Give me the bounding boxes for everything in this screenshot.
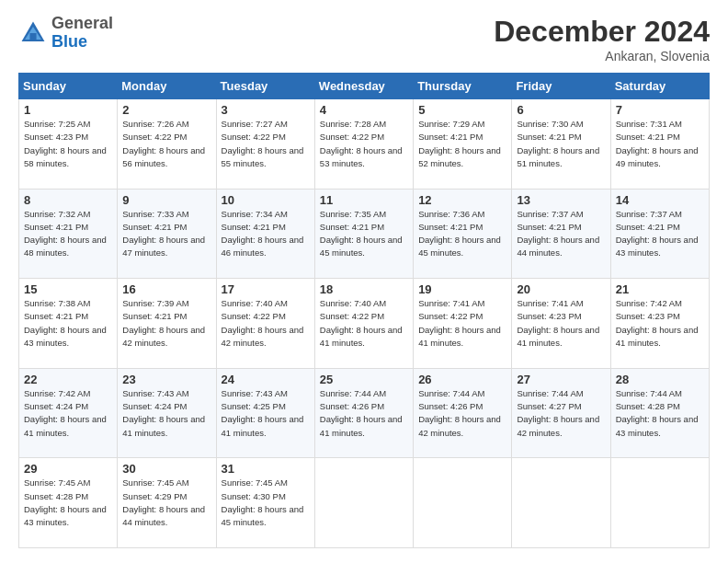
day-info: Sunrise: 7:43 AM Sunset: 4:24 PM Dayligh…	[122, 387, 210, 440]
day-number: 14	[616, 193, 704, 207]
calendar-cell: 13 Sunrise: 7:37 AM Sunset: 4:21 PM Dayl…	[512, 189, 610, 279]
day-number: 6	[517, 103, 605, 117]
header-sunday: Sunday	[19, 74, 118, 99]
calendar-cell: 10 Sunrise: 7:34 AM Sunset: 4:21 PM Dayl…	[216, 189, 314, 279]
calendar-cell: 19 Sunrise: 7:41 AM Sunset: 4:22 PM Dayl…	[414, 279, 512, 369]
day-info: Sunrise: 7:35 AM Sunset: 4:21 PM Dayligh…	[320, 208, 408, 260]
day-number: 29	[24, 462, 112, 476]
logo-text: General Blue	[51, 15, 113, 52]
calendar-cell: 6 Sunrise: 7:30 AM Sunset: 4:21 PM Dayli…	[512, 99, 610, 190]
day-info: Sunrise: 7:45 AM Sunset: 4:28 PM Dayligh…	[24, 477, 112, 529]
calendar-cell: 15 Sunrise: 7:38 AM Sunset: 4:21 PM Dayl…	[19, 279, 118, 369]
day-info: Sunrise: 7:41 AM Sunset: 4:22 PM Dayligh…	[418, 297, 506, 350]
day-info: Sunrise: 7:45 AM Sunset: 4:30 PM Dayligh…	[222, 477, 310, 529]
day-info: Sunrise: 7:43 AM Sunset: 4:25 PM Dayligh…	[222, 387, 310, 440]
calendar-cell: 5 Sunrise: 7:29 AM Sunset: 4:21 PM Dayli…	[414, 99, 512, 190]
calendar-cell	[314, 458, 413, 548]
calendar-cell: 30 Sunrise: 7:45 AM Sunset: 4:29 PM Dayl…	[118, 458, 216, 548]
day-number: 8	[24, 193, 112, 207]
day-number: 10	[222, 193, 310, 207]
day-info: Sunrise: 7:33 AM Sunset: 4:21 PM Dayligh…	[122, 208, 210, 260]
week-row-5: 29 Sunrise: 7:45 AM Sunset: 4:28 PM Dayl…	[19, 458, 710, 548]
week-row-2: 8 Sunrise: 7:32 AM Sunset: 4:21 PM Dayli…	[19, 189, 710, 279]
day-number: 5	[418, 103, 506, 117]
week-row-4: 22 Sunrise: 7:42 AM Sunset: 4:24 PM Dayl…	[19, 368, 710, 458]
day-info: Sunrise: 7:28 AM Sunset: 4:22 PM Dayligh…	[320, 118, 408, 170]
day-info: Sunrise: 7:38 AM Sunset: 4:21 PM Dayligh…	[24, 297, 112, 350]
day-info: Sunrise: 7:42 AM Sunset: 4:23 PM Dayligh…	[616, 297, 704, 350]
svg-rect-2	[29, 33, 36, 41]
header-thursday: Thursday	[414, 74, 512, 99]
day-number: 21	[616, 282, 704, 296]
title-section: December 2024 Ankaran, Slovenia	[494, 15, 710, 63]
calendar-cell: 29 Sunrise: 7:45 AM Sunset: 4:28 PM Dayl…	[19, 458, 118, 548]
day-number: 1	[24, 103, 112, 117]
day-number: 11	[320, 193, 408, 207]
day-info: Sunrise: 7:36 AM Sunset: 4:21 PM Dayligh…	[418, 208, 506, 260]
header-friday: Friday	[512, 74, 610, 99]
calendar-cell: 16 Sunrise: 7:39 AM Sunset: 4:21 PM Dayl…	[118, 279, 216, 369]
day-info: Sunrise: 7:32 AM Sunset: 4:21 PM Dayligh…	[24, 208, 112, 260]
calendar-cell: 4 Sunrise: 7:28 AM Sunset: 4:22 PM Dayli…	[314, 99, 413, 190]
logo-icon	[18, 18, 48, 48]
day-info: Sunrise: 7:40 AM Sunset: 4:22 PM Dayligh…	[222, 297, 310, 350]
calendar-cell: 1 Sunrise: 7:25 AM Sunset: 4:23 PM Dayli…	[19, 99, 118, 190]
day-info: Sunrise: 7:37 AM Sunset: 4:21 PM Dayligh…	[616, 208, 704, 260]
day-info: Sunrise: 7:25 AM Sunset: 4:23 PM Dayligh…	[24, 118, 112, 170]
calendar-cell: 7 Sunrise: 7:31 AM Sunset: 4:21 PM Dayli…	[610, 99, 709, 190]
calendar-cell: 3 Sunrise: 7:27 AM Sunset: 4:22 PM Dayli…	[216, 99, 314, 190]
calendar-cell: 18 Sunrise: 7:40 AM Sunset: 4:22 PM Dayl…	[314, 279, 413, 369]
weekday-header-row: Sunday Monday Tuesday Wednesday Thursday…	[19, 74, 710, 99]
header-wednesday: Wednesday	[314, 74, 413, 99]
day-number: 22	[24, 373, 112, 386]
day-info: Sunrise: 7:29 AM Sunset: 4:21 PM Dayligh…	[418, 118, 506, 170]
day-number: 30	[122, 462, 210, 476]
day-number: 23	[122, 373, 210, 386]
day-number: 25	[320, 373, 408, 386]
calendar-cell	[512, 458, 610, 548]
day-info: Sunrise: 7:44 AM Sunset: 4:26 PM Dayligh…	[320, 387, 408, 440]
day-number: 16	[122, 282, 210, 296]
calendar-cell: 26 Sunrise: 7:44 AM Sunset: 4:26 PM Dayl…	[414, 368, 512, 458]
day-number: 7	[616, 103, 704, 117]
day-number: 13	[517, 193, 605, 207]
day-info: Sunrise: 7:40 AM Sunset: 4:22 PM Dayligh…	[320, 297, 408, 350]
location-subtitle: Ankaran, Slovenia	[494, 49, 710, 63]
calendar-cell: 12 Sunrise: 7:36 AM Sunset: 4:21 PM Dayl…	[414, 189, 512, 279]
day-number: 12	[418, 193, 506, 207]
calendar-cell: 8 Sunrise: 7:32 AM Sunset: 4:21 PM Dayli…	[19, 189, 118, 279]
calendar-cell: 24 Sunrise: 7:43 AM Sunset: 4:25 PM Dayl…	[216, 368, 314, 458]
day-info: Sunrise: 7:45 AM Sunset: 4:29 PM Dayligh…	[122, 477, 210, 529]
day-info: Sunrise: 7:41 AM Sunset: 4:23 PM Dayligh…	[517, 297, 605, 350]
day-info: Sunrise: 7:44 AM Sunset: 4:28 PM Dayligh…	[616, 387, 704, 440]
calendar-cell: 11 Sunrise: 7:35 AM Sunset: 4:21 PM Dayl…	[314, 189, 413, 279]
day-number: 15	[24, 282, 112, 296]
calendar-cell: 23 Sunrise: 7:43 AM Sunset: 4:24 PM Dayl…	[118, 368, 216, 458]
calendar-cell: 17 Sunrise: 7:40 AM Sunset: 4:22 PM Dayl…	[216, 279, 314, 369]
calendar-cell: 27 Sunrise: 7:44 AM Sunset: 4:27 PM Dayl…	[512, 368, 610, 458]
day-info: Sunrise: 7:44 AM Sunset: 4:27 PM Dayligh…	[517, 387, 605, 440]
day-number: 20	[517, 282, 605, 296]
day-info: Sunrise: 7:39 AM Sunset: 4:21 PM Dayligh…	[122, 297, 210, 350]
day-info: Sunrise: 7:31 AM Sunset: 4:21 PM Dayligh…	[616, 118, 704, 170]
calendar-cell: 20 Sunrise: 7:41 AM Sunset: 4:23 PM Dayl…	[512, 279, 610, 369]
day-number: 26	[418, 373, 506, 386]
day-info: Sunrise: 7:34 AM Sunset: 4:21 PM Dayligh…	[222, 208, 310, 260]
week-row-1: 1 Sunrise: 7:25 AM Sunset: 4:23 PM Dayli…	[19, 99, 710, 190]
header-monday: Monday	[118, 74, 216, 99]
day-number: 17	[222, 282, 310, 296]
day-number: 19	[418, 282, 506, 296]
day-info: Sunrise: 7:44 AM Sunset: 4:26 PM Dayligh…	[418, 387, 506, 440]
calendar-table: Sunday Monday Tuesday Wednesday Thursday…	[18, 73, 710, 548]
header-saturday: Saturday	[610, 74, 709, 99]
day-number: 3	[222, 103, 310, 117]
logo-general: General	[51, 14, 113, 32]
calendar-cell: 9 Sunrise: 7:33 AM Sunset: 4:21 PM Dayli…	[118, 189, 216, 279]
day-info: Sunrise: 7:26 AM Sunset: 4:22 PM Dayligh…	[122, 118, 210, 170]
month-title: December 2024	[494, 15, 710, 49]
logo-blue: Blue	[51, 32, 87, 51]
day-number: 28	[616, 373, 704, 386]
day-number: 18	[320, 282, 408, 296]
day-number: 2	[122, 103, 210, 117]
day-number: 24	[222, 373, 310, 386]
